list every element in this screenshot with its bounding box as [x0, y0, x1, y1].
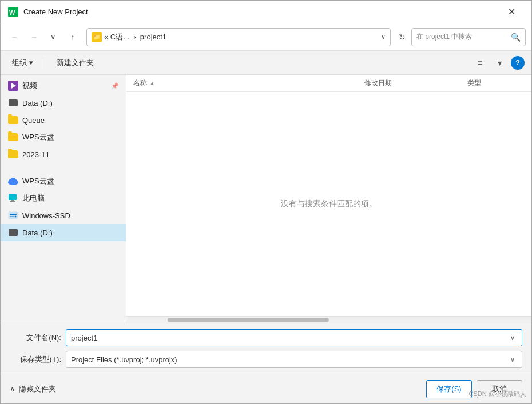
sidebar-item-2023[interactable]: 2023-11 — [1, 146, 126, 163]
content-body: 没有与搜索条件匹配的项。 — [126, 92, 531, 316]
dropdown-button[interactable]: ∨ — [45, 29, 61, 45]
main-area: 视频 📌 Data (D:) Queue — [1, 75, 531, 323]
cancel-button[interactable]: 取消 — [477, 380, 522, 398]
sidebar-item-label: Data (D:) — [22, 229, 119, 237]
empty-message: 没有与搜索条件匹配的项。 — [281, 199, 377, 209]
cloud-icon — [7, 175, 19, 187]
search-icon: 🔍 — [511, 33, 521, 42]
sidebar-item-label: Queue — [22, 116, 119, 125]
column-type[interactable]: 类型 — [467, 78, 525, 88]
sidebar-item-label: 此电脑 — [22, 193, 119, 203]
sidebar-item-queue[interactable]: Queue — [1, 111, 126, 129]
sidebar: 视频 📌 Data (D:) Queue — [1, 75, 126, 323]
windows-drive-icon — [7, 210, 19, 221]
column-headers: 名称 ▲ 修改日期 类型 — [126, 75, 531, 92]
sidebar-divider — [1, 165, 126, 166]
address-text: « C语... › project1 — [104, 32, 379, 42]
up-button[interactable]: ↑ — [65, 29, 81, 45]
organize-dropdown-icon: ▾ — [29, 58, 33, 67]
sidebar-item-wpscloud1[interactable]: WPS云盘 — [1, 129, 126, 146]
new-folder-button[interactable]: 新建文件夹 — [52, 55, 98, 70]
svg-point-7 — [11, 178, 16, 182]
hide-folders-toggle[interactable]: ∧ 隐藏文件夹 — [10, 384, 56, 394]
svg-rect-12 — [10, 214, 17, 215]
new-folder-label: 新建文件夹 — [57, 58, 94, 68]
sidebar-item-wpscloud2[interactable]: WPS云盘 — [1, 173, 126, 190]
sidebar-item-data-d2[interactable]: Data (D:) — [1, 224, 126, 241]
toolbar: 组织 ▾ 新建文件夹 ≡ ▾ ? — [1, 51, 531, 75]
drive2-icon — [7, 227, 19, 238]
help-button[interactable]: ? — [511, 56, 525, 70]
address-dropdown-button[interactable]: ∨ — [381, 33, 386, 41]
sidebar-item-label: 视频 — [22, 81, 108, 91]
sidebar-item-label: 2023-11 — [22, 150, 119, 159]
column-date[interactable]: 修改日期 — [364, 78, 467, 88]
sidebar-item-label: WPS云盘 — [22, 132, 119, 142]
organize-label: 组织 — [12, 58, 27, 68]
filetype-select[interactable]: Project Files (*.uvproj; *.uvprojx) ∨ — [66, 351, 522, 368]
view-dropdown-button[interactable]: ▾ — [491, 55, 507, 71]
dialog-title: Create New Project — [23, 7, 498, 16]
hide-folders-arrow: ∧ — [10, 385, 15, 393]
nav-bar: ← → ∨ ↑ 📁 « C语... › project1 ∨ ↻ 在 proje… — [1, 23, 531, 51]
scrollbar-track — [128, 318, 530, 322]
address-bar[interactable]: 📁 « C语... › project1 ∨ — [86, 28, 391, 46]
filename-value: project1 — [71, 334, 508, 342]
sort-arrow: ▲ — [149, 80, 155, 86]
organize-button[interactable]: 组织 ▾ — [7, 55, 38, 70]
sidebar-item-label: WPS云盘 — [22, 176, 119, 186]
content-area: 名称 ▲ 修改日期 类型 没有与搜索条件匹配的项。 — [126, 75, 531, 323]
filename-row: 文件名(N): project1 ∨ — [10, 329, 522, 346]
footer-actions: 保存(S) 取消 — [426, 380, 522, 398]
svg-rect-11 — [9, 212, 18, 219]
footer: ∧ 隐藏文件夹 保存(S) 取消 — [1, 374, 531, 403]
filetype-dropdown-icon[interactable]: ∨ — [508, 356, 517, 363]
sidebar-item-data-d[interactable]: Data (D:) — [1, 94, 126, 111]
filename-dropdown-icon[interactable]: ∨ — [508, 334, 517, 342]
toolbar-right: ≡ ▾ ? — [472, 55, 525, 71]
folder-icon — [7, 114, 19, 126]
view-toggle-button[interactable]: ≡ — [472, 55, 488, 71]
sidebar-item-label: Data (D:) — [22, 99, 119, 107]
sidebar-item-video[interactable]: 视频 📌 — [1, 77, 126, 94]
hide-folders-label: 隐藏文件夹 — [19, 384, 56, 394]
sidebar-item-label: Windows-SSD — [22, 211, 119, 220]
folder-icon — [7, 131, 19, 143]
drive-icon — [7, 97, 19, 109]
filename-input[interactable]: project1 ∨ — [66, 329, 522, 346]
scrollbar-thumb[interactable] — [168, 318, 329, 322]
title-bar: W Create New Project ✕ — [1, 1, 531, 23]
filetype-row: 保存类型(T): Project Files (*.uvproj; *.uvpr… — [10, 351, 522, 368]
search-bar[interactable]: 在 project1 中搜索 🔍 — [411, 28, 526, 46]
address-folder-icon: 📁 — [92, 32, 102, 42]
svg-text:W: W — [9, 9, 15, 16]
horizontal-scrollbar[interactable] — [126, 316, 531, 323]
filetype-label: 保存类型(T): — [10, 354, 61, 365]
column-name[interactable]: 名称 ▲ — [133, 78, 364, 88]
app-icon: W — [7, 6, 19, 18]
sidebar-item-thispc[interactable]: 此电脑 — [1, 190, 126, 207]
pc-icon — [7, 193, 19, 204]
back-button[interactable]: ← — [6, 29, 22, 45]
pin-icon: 📌 — [111, 82, 119, 90]
svg-rect-9 — [11, 200, 14, 201]
form-area: 文件名(N): project1 ∨ 保存类型(T): Project File… — [1, 323, 531, 374]
folder-icon — [7, 149, 19, 160]
close-button[interactable]: ✕ — [498, 3, 525, 21]
svg-rect-10 — [10, 201, 15, 202]
video-icon — [7, 80, 19, 91]
forward-button[interactable]: → — [26, 29, 42, 45]
svg-rect-13 — [10, 216, 14, 217]
svg-rect-8 — [9, 194, 17, 200]
search-placeholder: 在 project1 中搜索 — [416, 32, 507, 42]
refresh-button[interactable]: ↻ — [396, 31, 408, 43]
svg-point-14 — [15, 216, 17, 218]
sidebar-item-windows-ssd[interactable]: Windows-SSD — [1, 207, 126, 224]
filetype-value: Project Files (*.uvproj; *.uvprojx) — [71, 355, 508, 364]
toolbar-divider — [45, 57, 45, 69]
save-button[interactable]: 保存(S) — [426, 380, 472, 398]
filename-label: 文件名(N): — [10, 333, 61, 343]
